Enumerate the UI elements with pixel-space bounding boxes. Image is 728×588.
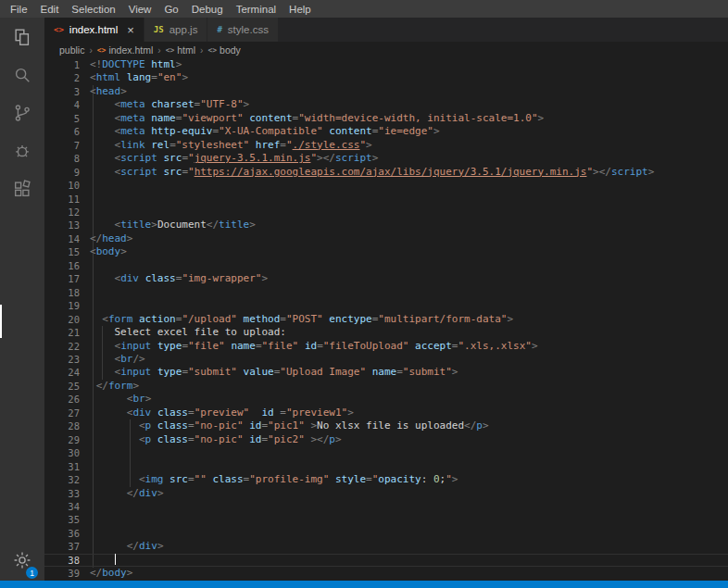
code-line-16[interactable]: 16 bbox=[44, 259, 728, 272]
code-line-18[interactable]: 18 bbox=[44, 286, 728, 299]
code-line-32[interactable]: 32 <img src="" class="profile-img" style… bbox=[44, 473, 728, 486]
line-number[interactable]: 3 bbox=[44, 85, 90, 98]
line-number[interactable]: 18 bbox=[44, 286, 90, 299]
line-number[interactable]: 20 bbox=[44, 313, 90, 326]
line-number[interactable]: 12 bbox=[44, 206, 90, 219]
line-number[interactable]: 6 bbox=[44, 125, 90, 138]
code-line-37[interactable]: 37 </div> bbox=[44, 540, 728, 553]
line-number[interactable]: 8 bbox=[44, 152, 90, 165]
line-number[interactable]: 11 bbox=[44, 193, 90, 206]
line-number[interactable]: 15 bbox=[44, 245, 90, 258]
line-number[interactable]: 5 bbox=[44, 112, 90, 125]
line-number[interactable]: 33 bbox=[44, 487, 90, 500]
line-number[interactable]: 1 bbox=[44, 58, 90, 71]
line-number[interactable]: 32 bbox=[44, 473, 90, 486]
code-line-2[interactable]: 2<html lang="en"> bbox=[44, 71, 728, 84]
source-control-icon[interactable] bbox=[0, 94, 44, 131]
menu-terminal[interactable]: Terminal bbox=[230, 4, 282, 15]
line-number[interactable]: 37 bbox=[44, 540, 90, 553]
line-number[interactable]: 2 bbox=[44, 71, 90, 84]
code-line-12[interactable]: 12 bbox=[44, 206, 728, 219]
line-number[interactable]: 26 bbox=[44, 393, 90, 406]
code-line-34[interactable]: 34 bbox=[44, 500, 728, 513]
line-number[interactable]: 29 bbox=[44, 433, 90, 446]
code-line-6[interactable]: 6 <meta http-equiv="X-UA-Compatible" con… bbox=[44, 125, 728, 138]
code-line-30[interactable]: 30 bbox=[44, 446, 728, 459]
code-line-15[interactable]: 15<body> bbox=[44, 245, 728, 258]
code-line-3[interactable]: 3<head> bbox=[44, 85, 728, 98]
code-line-39[interactable]: 39</body> bbox=[44, 567, 728, 580]
breadcrumb-item-public[interactable]: public bbox=[59, 44, 84, 56]
line-number[interactable]: 38 bbox=[44, 554, 90, 567]
line-number[interactable]: 16 bbox=[44, 259, 90, 272]
line-number[interactable]: 34 bbox=[44, 500, 90, 513]
breadcrumb-item-html[interactable]: <>html bbox=[166, 44, 195, 56]
code-line-24[interactable]: 24 <input type="submit" value="Upload Im… bbox=[44, 366, 728, 379]
close-icon[interactable]: × bbox=[127, 24, 134, 36]
line-number[interactable]: 13 bbox=[44, 219, 90, 231]
code-line-4[interactable]: 4 <meta charset="UTF-8"> bbox=[44, 98, 728, 111]
breadcrumb-item-index.html[interactable]: <>index.html bbox=[97, 44, 154, 56]
code-line-22[interactable]: 22 <input type="file" name="file" id="fi… bbox=[44, 340, 728, 353]
line-number[interactable]: 27 bbox=[44, 407, 90, 419]
line-number[interactable]: 23 bbox=[44, 353, 90, 366]
line-number[interactable]: 25 bbox=[44, 380, 90, 393]
menu-help[interactable]: Help bbox=[282, 4, 318, 15]
menu-debug[interactable]: Debug bbox=[185, 4, 230, 15]
code-line-33[interactable]: 33 </div> bbox=[44, 487, 728, 500]
code-line-10[interactable]: 10 bbox=[44, 179, 728, 192]
settings-gear-icon[interactable]: 1 bbox=[0, 542, 44, 579]
line-number[interactable]: 30 bbox=[44, 446, 90, 459]
code-line-19[interactable]: 19 bbox=[44, 299, 728, 312]
menu-file[interactable]: File bbox=[4, 4, 34, 15]
line-number[interactable]: 21 bbox=[44, 326, 90, 339]
menu-view[interactable]: View bbox=[122, 4, 158, 15]
menu-selection[interactable]: Selection bbox=[65, 4, 121, 15]
line-number[interactable]: 31 bbox=[44, 460, 90, 473]
code-line-38[interactable]: 38 bbox=[44, 554, 728, 567]
line-number[interactable]: 7 bbox=[44, 139, 90, 152]
code-line-8[interactable]: 8 <script src="jquery-3.5.1.min.js"></sc… bbox=[44, 152, 728, 165]
code-line-1[interactable]: 1<!DOCTYPE html> bbox=[44, 58, 728, 71]
line-number[interactable]: 4 bbox=[44, 98, 90, 111]
line-number[interactable]: 35 bbox=[44, 513, 90, 526]
line-number[interactable]: 9 bbox=[44, 166, 90, 179]
explorer-icon[interactable] bbox=[0, 18, 44, 56]
code-line-20[interactable]: 20 <form action="/upload" method="POST" … bbox=[44, 313, 728, 326]
line-number[interactable]: 14 bbox=[44, 232, 90, 245]
line-number[interactable]: 19 bbox=[44, 299, 90, 312]
code-line-7[interactable]: 7 <link rel="stylesheet" href="./style.c… bbox=[44, 139, 728, 152]
code-line-13[interactable]: 13 <title>Document</title> bbox=[44, 219, 728, 231]
menu-edit[interactable]: Edit bbox=[34, 4, 66, 15]
menu-go[interactable]: Go bbox=[157, 4, 184, 15]
code-line-23[interactable]: 23 <br/> bbox=[44, 353, 728, 366]
search-icon[interactable] bbox=[0, 56, 44, 94]
code-line-5[interactable]: 5 <meta name="viewport" content="width=d… bbox=[44, 112, 728, 125]
code-line-28[interactable]: 28 <p class="no-pic" id="pic1" >No xlsx … bbox=[44, 419, 728, 432]
code-line-31[interactable]: 31 bbox=[44, 460, 728, 473]
line-number[interactable]: 36 bbox=[44, 527, 90, 540]
code-line-14[interactable]: 14</head> bbox=[44, 232, 728, 245]
code-line-11[interactable]: 11 bbox=[44, 193, 728, 206]
code-line-29[interactable]: 29 <p class="no-pic" id="pic2" ></p> bbox=[44, 433, 728, 446]
code-line-27[interactable]: 27 <div class="preview" id ="preview1"> bbox=[44, 407, 728, 419]
code-line-26[interactable]: 26 <br> bbox=[44, 393, 728, 406]
line-number[interactable]: 17 bbox=[44, 272, 90, 285]
line-number[interactable]: 39 bbox=[44, 567, 90, 580]
code-line-9[interactable]: 9 <script src="https://ajax.googleapis.c… bbox=[44, 166, 728, 179]
code-line-17[interactable]: 17 <div class="img-wrapper"> bbox=[44, 272, 728, 285]
code-line-21[interactable]: 21 Select excel file to upload: bbox=[44, 326, 728, 339]
line-number[interactable]: 24 bbox=[44, 366, 90, 379]
code-line-25[interactable]: 25 </form> bbox=[44, 380, 728, 393]
tab-app.js[interactable]: JSapp.js bbox=[144, 18, 207, 42]
line-number[interactable]: 28 bbox=[44, 419, 90, 432]
line-number[interactable]: 10 bbox=[44, 179, 90, 192]
tab-style.css[interactable]: #style.css bbox=[207, 18, 278, 42]
editor[interactable]: 1<!DOCTYPE html>2<html lang="en">3<head>… bbox=[44, 58, 728, 581]
code-line-35[interactable]: 35 bbox=[44, 513, 728, 526]
extensions-icon[interactable] bbox=[0, 169, 44, 207]
debug-icon[interactable] bbox=[0, 131, 44, 169]
tab-index.html[interactable]: <>index.html× bbox=[44, 18, 144, 42]
line-number[interactable]: 22 bbox=[44, 340, 90, 353]
code-line-36[interactable]: 36 bbox=[44, 527, 728, 540]
